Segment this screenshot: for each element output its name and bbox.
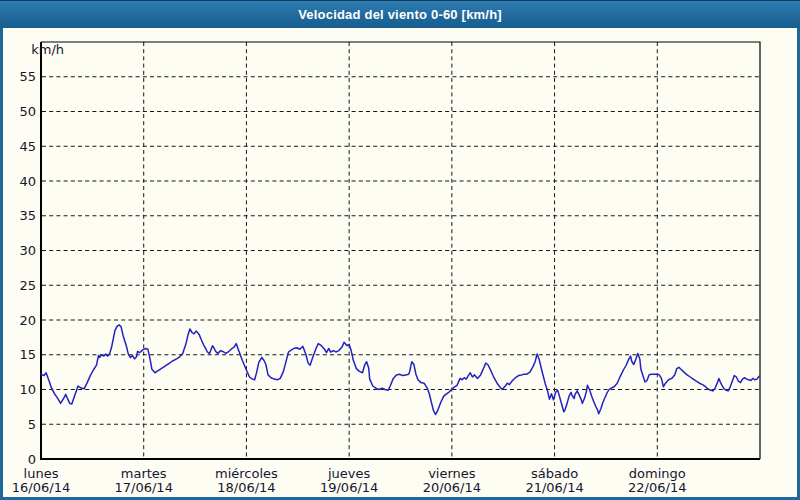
svg-text:10: 10	[19, 382, 36, 397]
svg-text:30: 30	[19, 243, 36, 258]
svg-text:40: 40	[19, 174, 36, 189]
date-label: 18/06/14	[217, 480, 275, 495]
wind-speed-chart: 0510152025303540455055km/hlunes16/06/14m…	[0, 0, 800, 500]
y-axis-labels: 0510152025303540455055	[19, 69, 36, 466]
app-window: Velocidad del viento 0-60 [km/h] 0510152…	[0, 0, 800, 500]
day-label: martes	[121, 466, 167, 481]
svg-text:55: 55	[19, 69, 36, 84]
date-label: 17/06/14	[115, 480, 173, 495]
svg-text:25: 25	[19, 278, 36, 293]
date-label: 20/06/14	[423, 480, 481, 495]
svg-text:45: 45	[19, 139, 36, 154]
svg-text:15: 15	[19, 347, 36, 362]
svg-text:35: 35	[19, 208, 36, 223]
plot-frame	[41, 42, 760, 459]
x-axis-labels: lunes16/06/14martes17/06/14miércoles18/0…	[12, 466, 687, 495]
date-label: 16/06/14	[12, 480, 70, 495]
date-label: 19/06/14	[320, 480, 378, 495]
date-label: 22/06/14	[628, 480, 686, 495]
day-label: viernes	[428, 466, 476, 481]
wind-speed-line	[41, 325, 759, 415]
day-label: jueves	[327, 466, 371, 481]
grid-lines	[42, 42, 760, 459]
svg-text:0: 0	[28, 452, 36, 467]
y-axis-unit-label: km/h	[31, 42, 64, 57]
date-label: 21/06/14	[525, 480, 583, 495]
svg-text:50: 50	[19, 104, 36, 119]
plot-canvas: 0510152025303540455055km/hlunes16/06/14m…	[0, 0, 800, 500]
svg-text:5: 5	[28, 417, 36, 432]
day-label: domingo	[629, 466, 686, 481]
svg-text:20: 20	[19, 313, 36, 328]
day-label: lunes	[24, 466, 59, 481]
day-label: miércoles	[215, 466, 278, 481]
day-label: sábado	[531, 466, 578, 481]
